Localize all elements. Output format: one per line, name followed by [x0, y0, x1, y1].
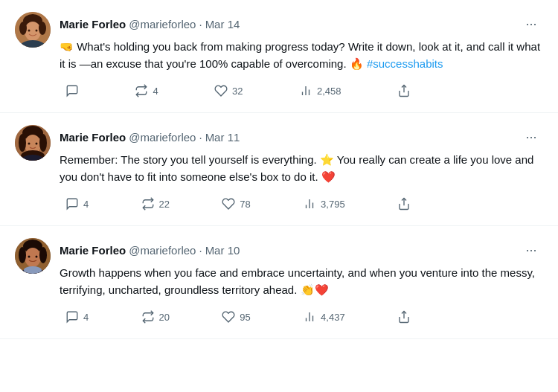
retweet-button[interactable]: 22 [135, 194, 176, 213]
more-options-button[interactable]: ··· [519, 238, 543, 262]
author-name: Marie Forleo [60, 18, 126, 30]
views-button[interactable]: 2,458 [293, 81, 347, 100]
tweet-actions: 4 32 2,458 [60, 81, 417, 100]
like-button[interactable]: 32 [208, 81, 248, 100]
like-icon [222, 310, 235, 324]
share-button[interactable] [391, 307, 417, 327]
more-options-button[interactable]: ··· [519, 12, 543, 36]
retweet-button[interactable]: 4 [129, 81, 164, 100]
separator: · [199, 131, 202, 144]
comment-icon [65, 84, 79, 97]
tweet-date: Mar 11 [205, 131, 240, 144]
hashtag[interactable]: #successhabits [367, 57, 443, 70]
views-icon [303, 197, 316, 211]
retweet-icon [135, 84, 148, 97]
tweet-text: 🤜 What's holding you back from making pr… [60, 39, 543, 72]
comment-count: 4 [83, 312, 89, 323]
views-count: 3,795 [321, 199, 345, 210]
views-count: 4,437 [321, 312, 345, 323]
share-icon [397, 197, 411, 211]
author-name: Marie Forleo [60, 244, 126, 257]
like-button[interactable]: 78 [216, 194, 256, 213]
tweet-actions: 4 22 78 [60, 194, 417, 213]
svg-point-20 [36, 143, 38, 145]
svg-point-7 [36, 30, 38, 32]
author-handle: @marieforleo [129, 18, 196, 30]
tweet-text: Remember: The story you tell yourself is… [60, 152, 543, 185]
comment-icon [65, 197, 79, 211]
views-count: 2,458 [317, 86, 341, 97]
views-icon [303, 310, 316, 324]
tweet-date: Mar 14 [205, 18, 240, 30]
svg-point-4 [39, 22, 46, 35]
views-icon [299, 84, 312, 97]
like-count: 32 [232, 86, 243, 97]
separator: · [199, 244, 202, 257]
retweet-count: 20 [159, 312, 170, 323]
like-button[interactable]: 95 [216, 307, 256, 327]
comment-button[interactable]: 4 [60, 194, 94, 213]
share-icon [397, 84, 411, 97]
retweet-count: 22 [159, 199, 170, 210]
like-count: 95 [240, 312, 250, 323]
author-handle: @marieforleo [129, 244, 196, 257]
svg-point-33 [36, 256, 38, 258]
svg-point-15 [19, 134, 26, 152]
tweet-header: Marie Forleo @marieforleo · Mar 14 ··· [60, 12, 543, 36]
retweet-icon [141, 310, 155, 324]
author-name: Marie Forleo [60, 131, 126, 144]
avatar [15, 12, 51, 48]
tweet-meta: Marie Forleo @marieforleo · Mar 10 [60, 244, 240, 257]
svg-point-6 [28, 30, 31, 32]
svg-point-19 [28, 143, 31, 145]
svg-point-28 [19, 247, 26, 263]
retweet-count: 4 [153, 86, 158, 97]
svg-point-3 [19, 22, 27, 35]
views-button[interactable]: 4,437 [297, 307, 351, 327]
like-count: 78 [240, 199, 250, 210]
svg-point-2 [25, 22, 41, 41]
like-icon [222, 197, 235, 211]
tweet-content: Marie Forleo @marieforleo · Mar 14 ··· 🤜… [60, 12, 543, 100]
tweet-content: Marie Forleo @marieforleo · Mar 11 ··· R… [60, 125, 543, 213]
retweet-button[interactable]: 20 [135, 307, 176, 327]
comment-count: 4 [83, 199, 89, 210]
comment-button[interactable]: 4 [60, 307, 94, 327]
more-options-button[interactable]: ··· [519, 125, 543, 149]
tweet-meta: Marie Forleo @marieforleo · Mar 11 [60, 131, 240, 144]
svg-point-27 [25, 248, 41, 267]
author-handle: @marieforleo [129, 131, 196, 144]
svg-point-16 [39, 134, 47, 152]
comment-icon [65, 310, 79, 324]
avatar [15, 125, 51, 161]
share-icon [397, 310, 411, 324]
tweet-actions: 4 20 95 [60, 307, 417, 327]
avatar [15, 238, 51, 274]
share-button[interactable] [391, 81, 417, 100]
share-button[interactable] [391, 194, 417, 213]
views-button[interactable]: 3,795 [297, 194, 351, 213]
svg-point-31 [24, 266, 42, 274]
like-icon [214, 84, 228, 97]
tweet-content: Marie Forleo @marieforleo · Mar 10 ··· G… [60, 238, 543, 327]
separator: · [199, 18, 202, 30]
tweet-3: Marie Forleo @marieforleo · Mar 10 ··· G… [0, 226, 558, 339]
tweet-meta: Marie Forleo @marieforleo · Mar 14 [60, 18, 240, 30]
tweet-date: Mar 10 [205, 244, 240, 257]
tweet-header: Marie Forleo @marieforleo · Mar 11 ··· [60, 125, 543, 149]
svg-point-29 [39, 247, 47, 263]
tweet-header: Marie Forleo @marieforleo · Mar 10 ··· [60, 238, 543, 262]
tweet-1: Marie Forleo @marieforleo · Mar 14 ··· 🤜… [0, 0, 558, 113]
tweet-text: Growth happens when you face and embrace… [60, 265, 543, 298]
comment-button[interactable] [60, 81, 85, 100]
retweet-icon [141, 197, 155, 211]
tweet-2: Marie Forleo @marieforleo · Mar 11 ··· R… [0, 113, 558, 226]
svg-point-32 [28, 256, 31, 258]
